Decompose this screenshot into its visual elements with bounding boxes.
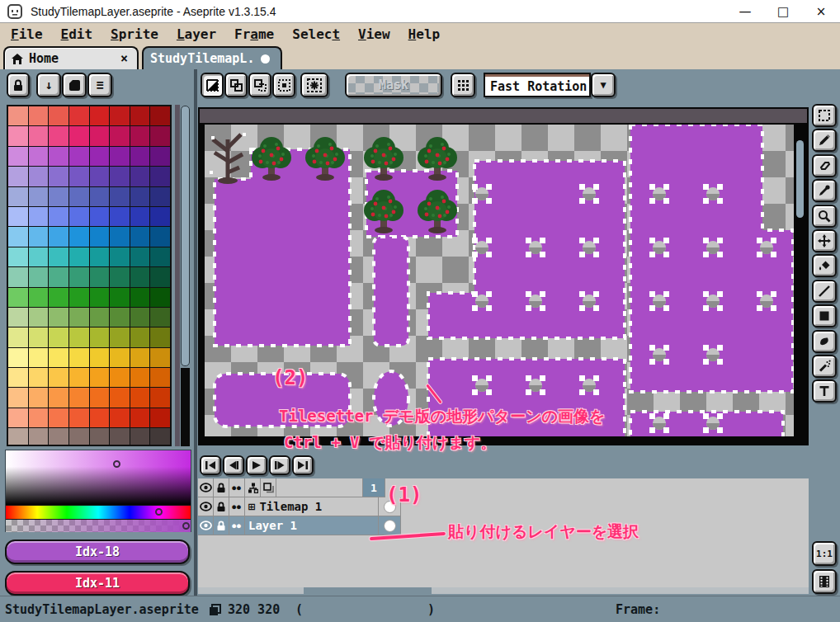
palette-swatch[interactable] [29,227,49,246]
selection-subtract-button[interactable] [248,73,271,97]
palette-swatch[interactable] [110,207,130,226]
palette-swatch[interactable] [49,147,68,166]
layer-name-tilemap1[interactable]: ⊞ Tilemap 1 [245,497,379,516]
palette-swatch[interactable] [150,288,170,307]
palette-swatch[interactable] [69,207,89,226]
tab-close-icon[interactable]: × [118,51,130,66]
palette-swatch[interactable] [69,167,89,186]
palette-swatch[interactable] [29,207,49,226]
palette-swatch[interactable] [90,368,110,387]
hue-marker[interactable] [155,508,163,516]
palette-swatch[interactable] [29,247,49,266]
palette-swatch[interactable] [49,126,68,145]
menu-frame[interactable]: Frame [225,26,283,42]
palette-swatch[interactable] [69,408,89,427]
palette-swatch[interactable] [130,408,150,427]
palette-swatch[interactable] [49,187,68,206]
palette-swatch[interactable] [150,388,170,407]
palette-swatch[interactable] [49,267,68,286]
palette-swatch[interactable] [29,267,49,286]
palette-swatch[interactable] [29,327,49,346]
palette-swatch[interactable] [130,167,150,186]
tab-document[interactable]: StudyTilemapL. [142,46,282,69]
palette-swatch[interactable] [150,428,170,446]
cel-layer1-frame1[interactable] [379,516,401,535]
palette-swatch[interactable] [90,308,110,327]
palette-swatch[interactable] [69,106,89,125]
palette-swatch[interactable] [130,147,150,166]
menu-select[interactable]: Select [283,26,349,42]
palette-swatch[interactable] [150,267,170,286]
palette-swatch[interactable] [49,327,68,346]
palette-swatch[interactable] [49,207,68,226]
palette-swatch[interactable] [29,428,49,446]
palette-swatch[interactable] [90,106,110,125]
palette-lock-button[interactable] [7,73,30,97]
palette-swatch[interactable] [130,327,150,346]
palette-sort-button[interactable]: ↓ [36,73,61,97]
palette-swatch[interactable] [90,348,110,367]
palette-swatch[interactable] [29,288,49,307]
palette-swatch[interactable] [29,388,49,407]
selection-intersect-button[interactable] [272,73,295,97]
palette-swatch[interactable] [8,408,28,427]
palette-swatch[interactable] [130,247,150,266]
palette-swatch[interactable] [69,288,89,307]
play-button[interactable] [246,455,267,475]
timeline-toggle-button[interactable] [812,569,837,594]
toggle-all-lock-button[interactable] [214,478,229,497]
sprite-canvas[interactable] [205,125,794,436]
palette-swatch[interactable] [8,267,28,286]
palette-swatch[interactable] [8,368,28,387]
palette-swatch[interactable] [110,308,130,327]
palette-swatch[interactable] [150,147,170,166]
palette-swatch[interactable] [130,126,150,145]
tool-rectangle[interactable] [812,304,837,327]
layer-lock-toggle[interactable] [214,497,229,516]
palette-swatch[interactable] [130,388,150,407]
palette-swatch[interactable] [90,288,110,307]
palette-swatch[interactable] [69,147,89,166]
tool-move[interactable] [812,229,837,252]
palette-swatch[interactable] [90,408,110,427]
palette-swatch[interactable] [110,187,130,206]
palette-swatch[interactable] [110,147,130,166]
tab-home[interactable]: Home × [3,46,139,69]
palette-swatch[interactable] [130,288,150,307]
palette-swatch[interactable] [49,106,68,125]
palette-swatch[interactable] [8,167,28,186]
tool-pencil[interactable] [812,129,837,152]
selection-add-button[interactable] [224,73,248,97]
palette-swatch[interactable] [69,227,89,246]
palette-swatch[interactable] [150,327,170,346]
palette-swatch[interactable] [150,187,170,206]
palette-swatch[interactable] [150,368,170,387]
palette-swatch[interactable] [49,368,68,387]
palette-swatch[interactable] [29,126,49,145]
palette-swatch[interactable] [49,408,68,427]
tool-text[interactable] [812,379,837,403]
timeline-options-button[interactable] [261,478,276,497]
palette-swatch[interactable] [49,247,68,266]
palette-swatch[interactable] [8,207,28,226]
palette-swatch[interactable] [90,247,110,266]
background-color-button[interactable]: Idx-11 [5,571,190,596]
prev-frame-button[interactable] [223,455,244,475]
palette-swatch[interactable] [29,348,49,367]
tool-rectangular-marquee[interactable] [812,104,837,127]
palette-swatch[interactable] [8,126,28,145]
palette-swatch[interactable] [90,267,110,286]
palette-swatch[interactable] [8,428,28,446]
palette-swatch[interactable] [8,227,28,246]
palette-swatch[interactable] [49,308,68,327]
palette-swatch[interactable] [69,368,89,387]
palette-swatch[interactable] [29,408,49,427]
palette-swatch[interactable] [90,147,110,166]
layer-lock-toggle[interactable] [214,516,229,535]
palette-swatch[interactable] [8,327,28,346]
palette-swatch[interactable] [90,187,110,206]
rotation-dropdown-button[interactable]: ▼ [591,73,616,97]
palette-swatch[interactable] [8,247,28,266]
palette-swatch[interactable] [110,348,130,367]
canvas-viewport[interactable] [198,107,809,445]
